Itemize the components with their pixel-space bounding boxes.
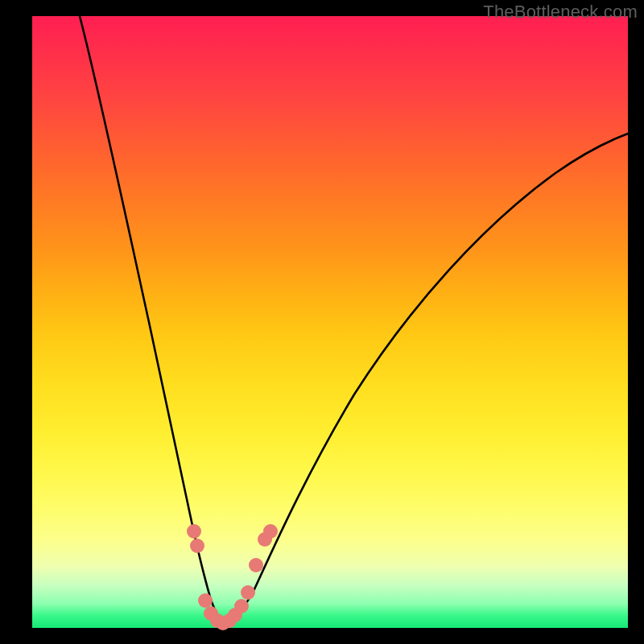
marker-group <box>187 524 278 630</box>
watermark-text: TheBottleneck.com <box>483 2 638 23</box>
left-curve <box>80 16 225 625</box>
chart-frame: TheBottleneck.com <box>0 0 644 644</box>
curve-group <box>80 16 628 625</box>
data-marker <box>198 593 213 608</box>
data-marker <box>263 524 278 539</box>
data-marker <box>187 524 201 539</box>
right-curve <box>225 134 628 625</box>
plot-area <box>32 16 628 628</box>
data-marker <box>249 558 263 572</box>
chart-svg <box>32 16 628 628</box>
data-marker <box>190 539 204 553</box>
data-marker <box>241 585 255 600</box>
data-marker <box>234 599 249 613</box>
